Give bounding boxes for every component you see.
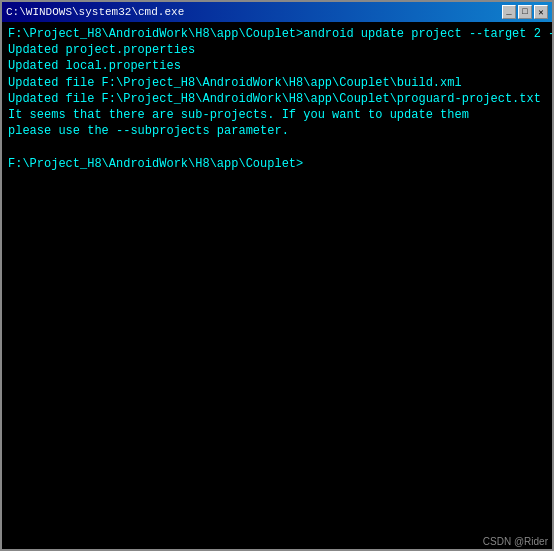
minimize-button[interactable]: _ bbox=[502, 5, 516, 19]
window-controls: _ □ ✕ bbox=[502, 5, 548, 19]
watermark: CSDN @Rider bbox=[483, 536, 548, 547]
window-title: C:\WINDOWS\system32\cmd.exe bbox=[6, 6, 184, 18]
maximize-button[interactable]: □ bbox=[518, 5, 532, 19]
close-button[interactable]: ✕ bbox=[534, 5, 548, 19]
terminal-output[interactable]: F:\Project_H8\AndroidWork\H8\app\Couplet… bbox=[2, 22, 552, 549]
window-wrapper: C:\WINDOWS\system32\cmd.exe _ □ ✕ F:\Pro… bbox=[0, 0, 554, 551]
cmd-window: C:\WINDOWS\system32\cmd.exe _ □ ✕ F:\Pro… bbox=[0, 0, 554, 551]
title-bar: C:\WINDOWS\system32\cmd.exe _ □ ✕ bbox=[2, 2, 552, 22]
